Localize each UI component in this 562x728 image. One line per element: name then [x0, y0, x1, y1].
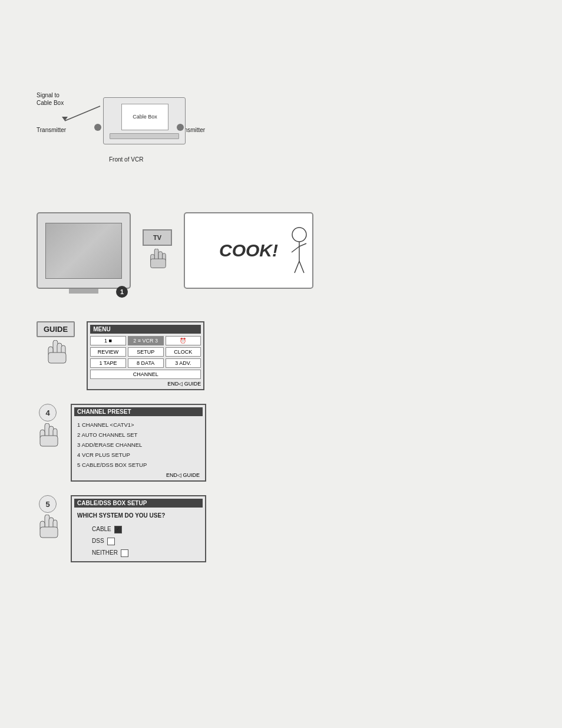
svg-rect-6: [150, 259, 166, 268]
svg-line-11: [295, 261, 299, 273]
cable-setup-title: CABLE/DSS BOX SETUP: [74, 499, 203, 508]
step-4-group: 4: [37, 404, 59, 449]
list-item: 3 ADD/ERASE CHANNEL: [77, 440, 200, 450]
page: Signal toCable Box Transmitter Transmitt…: [0, 0, 562, 728]
transmitter-dot-right: [177, 124, 184, 131]
menu-footer: END◁ GUIDE: [90, 381, 201, 387]
signal-arrow: [59, 100, 106, 130]
cable-question: WHICH SYSTEM DO YOU USE?: [74, 512, 203, 519]
menu-title: MENU: [90, 325, 201, 334]
channel-list: 1 CHANNEL <CATV1> 2 AUTO CHANNEL SET 3 A…: [74, 420, 203, 470]
guide-button[interactable]: GUIDE: [37, 321, 75, 337]
svg-line-12: [299, 261, 304, 273]
step-5-group: 5: [37, 495, 59, 541]
channel-screen: CHANNEL PRESET 1 CHANNEL <CATV1> 2 AUTO …: [71, 404, 206, 482]
tv-base: [69, 289, 98, 294]
step-1-badge: 1: [116, 286, 128, 298]
menu-row-2: REVIEW SETUP CLOCK: [90, 347, 201, 357]
hand-cursor-guide: [45, 340, 67, 366]
menu-channel: CHANNEL: [90, 370, 201, 379]
menu-row-3: 1 TAPE 8 DATA 3 ADV.: [90, 358, 201, 368]
radio-cable[interactable]: ✓: [114, 526, 122, 533]
menu-adv: 3 ADV.: [166, 358, 201, 368]
svg-line-9: [292, 246, 299, 252]
menu-item-clock: ⏰: [166, 336, 201, 345]
menu-data: 8 DATA: [128, 358, 164, 368]
cook-text: COOK!: [219, 241, 278, 261]
menu-item-2-vcr: 2 ≡ VCR 3: [128, 336, 164, 345]
hand-cursor-4: [37, 423, 59, 449]
cable-box-label: Cable Box: [121, 104, 168, 130]
menu-item-1: 1 ■: [90, 336, 126, 345]
guide-menu-section: GUIDE MENU 1 ■ 2 ≡ VCR 3 ⏰ REVIEW SETUP …: [37, 321, 204, 390]
list-item: 1 CHANNEL <CATV1>: [77, 420, 200, 430]
cable-options: CABLE ✓ DSS NEITHER: [74, 523, 203, 559]
menu-review: REVIEW: [90, 347, 126, 357]
tv-section: 1 TV COOK!: [37, 212, 313, 289]
menu-screen: MENU 1 ■ 2 ≡ VCR 3 ⏰ REVIEW SETUP CLOCK …: [87, 321, 204, 390]
svg-line-0: [65, 106, 100, 121]
list-item: 5 CABLE/DSS BOX SETUP: [77, 460, 200, 470]
hand-cursor-1: [147, 249, 168, 272]
option-neither: NEITHER: [92, 547, 185, 559]
hand-cursor-5: [37, 515, 59, 541]
menu-clock: CLOCK: [166, 347, 201, 357]
cable-screen: CABLE/DSS BOX SETUP WHICH SYSTEM DO YOU …: [71, 495, 206, 562]
menu-row-1: 1 ■ 2 ≡ VCR 3 ⏰: [90, 336, 201, 345]
vcr-strip: [110, 133, 179, 139]
tv-screen-content: [46, 223, 121, 278]
guide-button-area: GUIDE: [37, 321, 75, 366]
menu-tape: 1 TAPE: [90, 358, 126, 368]
option-cable: CABLE ✓: [92, 523, 185, 535]
radio-neither[interactable]: [121, 549, 128, 557]
channel-preset-title: CHANNEL PRESET: [74, 407, 203, 416]
cable-setup-section: 5 CABLE/DSS BOX SETUP WHICH SYSTEM DO YO…: [37, 495, 206, 562]
tv-button-area: TV: [143, 229, 172, 272]
tv-monitor: [37, 212, 131, 289]
list-item: 4 VCR PLUS SETUP: [77, 450, 200, 460]
step-4-badge: 4: [39, 404, 57, 421]
svg-point-7: [292, 228, 306, 242]
option-cable-label: CABLE: [92, 523, 111, 535]
channel-footer: END◁ GUIDE: [74, 472, 203, 478]
option-dss: DSS: [92, 535, 185, 547]
option-dss-label: DSS: [92, 535, 104, 547]
svg-rect-22: [40, 436, 58, 446]
option-neither-label: NEITHER: [92, 547, 118, 559]
cook-illustration: COOK!: [184, 212, 313, 289]
front-vcr-label: Front of VCR: [109, 156, 143, 163]
svg-line-10: [299, 243, 306, 246]
channel-preset-section: 4 CHANNEL PRESET 1 CHANNEL <CATV1> 2 AUT…: [37, 404, 206, 482]
tv-button[interactable]: TV: [143, 229, 172, 246]
tv-monitor-container: 1: [37, 212, 131, 289]
svg-rect-17: [48, 353, 66, 363]
radio-dss[interactable]: [107, 538, 115, 545]
tv-screen: [45, 223, 122, 279]
step-5-badge: 5: [39, 495, 57, 513]
cook-figure: [277, 220, 309, 285]
menu-row-4: CHANNEL: [90, 370, 201, 379]
list-item: 2 AUTO CHANNEL SET: [77, 430, 200, 440]
vcr-box: Cable Box: [103, 97, 186, 144]
menu-setup: SETUP: [128, 347, 164, 357]
svg-rect-27: [40, 527, 58, 538]
